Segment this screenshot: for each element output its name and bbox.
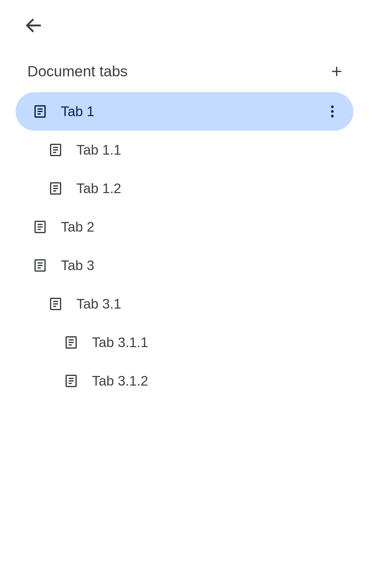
- tab-item[interactable]: Tab 1.2: [16, 169, 353, 208]
- arrow-left-icon: [25, 17, 42, 34]
- page-title: Document tabs: [27, 63, 128, 80]
- tab-label: Tab 3: [61, 258, 94, 273]
- document-icon: [32, 219, 48, 235]
- plus-icon: [330, 65, 343, 78]
- tab-label: Tab 3.1.1: [92, 335, 148, 350]
- svg-point-9: [331, 115, 334, 117]
- tab-item[interactable]: Tab 3.1: [16, 285, 353, 323]
- document-icon: [63, 335, 79, 350]
- tab-item[interactable]: Tab 1: [16, 92, 353, 131]
- tab-label: Tab 1.2: [76, 181, 121, 196]
- tabs-list: Tab 1 Tab 1.1: [16, 92, 353, 400]
- document-icon: [63, 373, 79, 389]
- tab-label: Tab 1.1: [76, 142, 121, 158]
- back-button[interactable]: [24, 16, 43, 35]
- document-icon: [48, 181, 63, 196]
- document-icon: [48, 142, 63, 158]
- tab-label: Tab 3.1.2: [92, 373, 148, 389]
- tab-item[interactable]: Tab 3.1.1: [16, 323, 353, 362]
- document-icon: [48, 296, 63, 312]
- tab-more-button[interactable]: [325, 104, 340, 119]
- tab-label: Tab 3.1: [76, 296, 121, 312]
- tab-item[interactable]: Tab 2: [16, 208, 353, 246]
- tab-item[interactable]: Tab 3.1.2: [16, 362, 353, 400]
- tab-item[interactable]: Tab 1.1: [16, 131, 353, 169]
- tab-label: Tab 1: [61, 104, 94, 119]
- document-icon: [32, 258, 48, 273]
- tab-item[interactable]: Tab 3: [16, 246, 353, 285]
- more-vertical-icon: [331, 105, 334, 118]
- svg-point-8: [331, 110, 334, 113]
- add-tab-button[interactable]: [329, 64, 344, 79]
- document-tabs-header: Document tabs: [27, 63, 344, 80]
- document-icon: [32, 104, 48, 119]
- tab-label: Tab 2: [61, 219, 94, 235]
- svg-point-7: [331, 106, 334, 108]
